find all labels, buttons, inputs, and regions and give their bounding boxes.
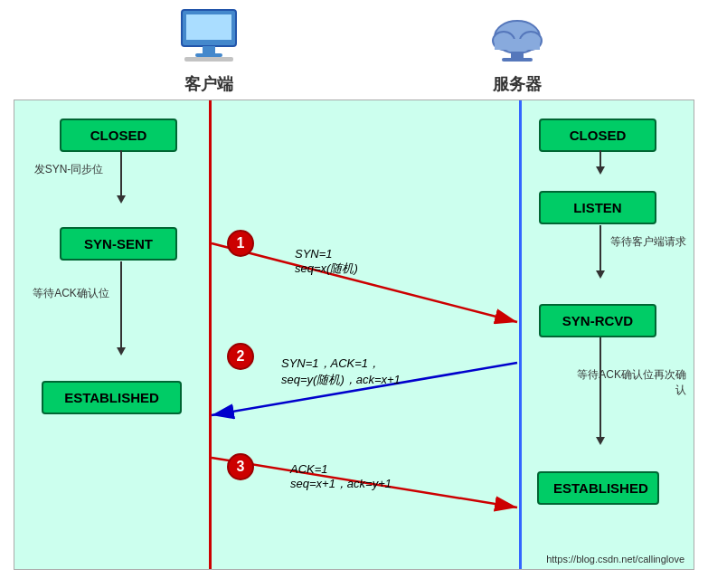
server-vertical-line [519,100,522,569]
client-arrow-2 [117,261,126,356]
server-transition-1: 等待客户端请求 [578,234,686,250]
server-section: 服务器 [427,12,608,95]
arrow1-label: SYN=1 seq=x(随机) [295,247,358,277]
server-established-state: ESTABLISHED [537,471,659,505]
footer-url: https://blog.csdn.net/callinglove [546,554,684,564]
circle-3: 3 [227,453,254,480]
circle-2: 2 [227,343,254,370]
client-established-state: ESTABLISHED [42,381,182,414]
client-section: 客户端 [118,8,299,95]
svg-line-14 [212,243,517,322]
server-label: 服务器 [493,73,542,95]
client-vertical-line [209,100,212,569]
server-listen-state: LISTEN [539,191,656,224]
circle-1: 1 [227,230,254,257]
svg-rect-3 [195,53,222,57]
svg-rect-9 [511,52,524,58]
client-computer-icon [177,8,241,70]
server-arrow-2 [596,225,605,279]
client-transition-2: 等待ACK确认位 [24,286,118,301]
server-syn-rcvd-state: SYN-RCVD [539,304,656,337]
svg-rect-2 [203,46,215,53]
client-closed-state: CLOSED [60,119,177,152]
diagram-area: CLOSED 发SYN-同步位 SYN-SENT 等待ACK确认位 ESTABL… [14,100,694,570]
header-area: 客户端 服务器 [0,0,708,100]
server-arrow-1 [596,150,605,175]
client-arrow-1 [117,150,126,204]
arrow3-label: ACK=1 seq=x+1，ack=y+1 [290,462,392,492]
svg-rect-8 [495,39,540,50]
client-label: 客户端 [184,73,233,95]
server-transition-2: 等待ACK确认位再次确认 [569,367,686,398]
server-computer-icon [486,12,549,70]
client-syn-sent-state: SYN-SENT [60,227,177,261]
client-transition-1: 发SYN-同步位 [24,162,114,177]
main-container: 客户端 服务器 [0,0,708,588]
svg-rect-10 [502,58,533,62]
arrow2-label: SYN=1，ACK=1， seq=y(随机)，ack=x+1 [281,356,401,388]
svg-rect-4 [184,57,233,62]
server-closed-state: CLOSED [539,119,656,152]
svg-rect-1 [186,14,231,40]
